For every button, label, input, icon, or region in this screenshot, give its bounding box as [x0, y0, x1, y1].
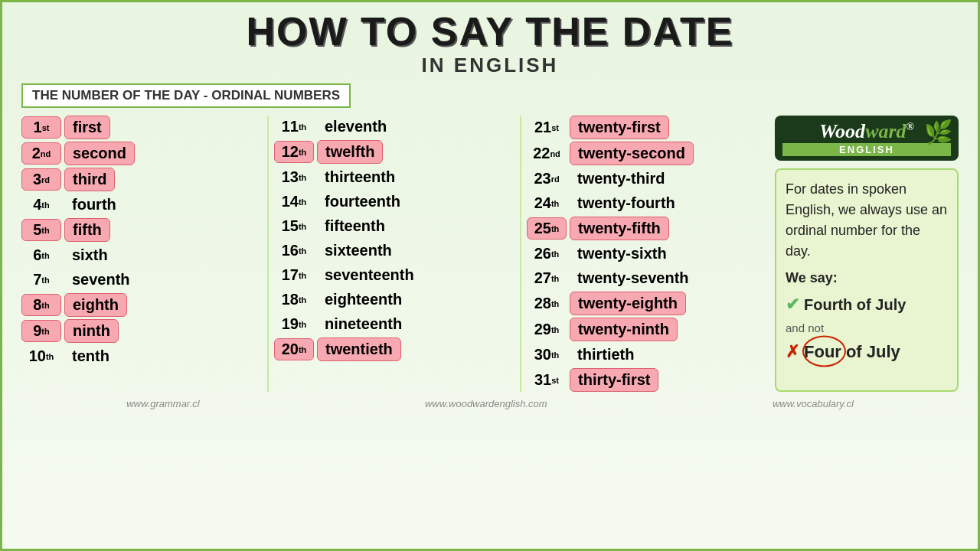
ordinal-row: 27thtwenty-seventh: [527, 267, 767, 289]
info-box: For dates in spoken English, we always u…: [775, 168, 959, 392]
ordinal-row: 18theighteenth: [274, 289, 514, 311]
word-badge: twentieth: [317, 337, 401, 361]
num-badge: 10th: [21, 346, 61, 367]
we-say-label: We say:: [786, 268, 948, 289]
word-badge: fifteenth: [317, 215, 393, 237]
ordinal-row: 15thfifteenth: [274, 215, 514, 237]
ordinal-row: 19thnineteenth: [274, 313, 514, 335]
main-title: HOW TO SAY THE DATE: [14, 10, 966, 54]
word-badge: twenty-first: [570, 116, 669, 139]
footer-left: www.grammar.cl: [126, 398, 200, 409]
num-badge: 24th: [527, 193, 567, 214]
word-badge: twenty-third: [570, 168, 672, 190]
footer-center: www.woodwardenglish.com: [425, 398, 547, 409]
word-badge: third: [64, 168, 115, 191]
footer-right: www.vocabulary.cl: [773, 398, 854, 409]
footer: www.grammar.cl www.woodwardenglish.com w…: [14, 398, 966, 409]
word-badge: twenty-fourth: [570, 192, 683, 214]
word-badge: twenty-sixth: [570, 243, 675, 265]
word-badge: fourteenth: [317, 191, 408, 213]
num-badge: 18th: [274, 289, 314, 310]
word-badge: thirtieth: [570, 344, 642, 366]
word-badge: seventeenth: [317, 264, 422, 286]
num-badge: 4th: [21, 194, 61, 215]
leaf-icon: 🌿: [924, 119, 952, 145]
columns-area: 1stfirst2ndsecond3rdthird4thfourth5thfif…: [21, 116, 767, 392]
num-badge: 19th: [274, 314, 314, 334]
num-badge: 3rd: [21, 168, 61, 191]
ordinal-row: 30ththirtieth: [527, 344, 767, 366]
num-badge: 29th: [527, 319, 567, 340]
column-1: 1stfirst2ndsecond3rdthird4thfourth5thfif…: [21, 116, 262, 392]
column-3: 21sttwenty-first22ndtwenty-second23rdtwe…: [527, 116, 767, 392]
ordinal-row: 17thseventeenth: [274, 264, 514, 286]
word-badge: thirty-first: [570, 368, 658, 392]
wrong-line: ✗ Four of July: [786, 339, 948, 364]
word-badge: fifth: [64, 218, 110, 242]
ordinal-row: 3rdthird: [21, 168, 262, 191]
num-badge: 27th: [527, 268, 567, 289]
correct-line: ✔ Fourth of July: [786, 292, 948, 317]
num-badge: 31st: [527, 370, 567, 390]
main-container: HOW TO SAY THE DATE IN ENGLISH THE NUMBE…: [0, 0, 980, 551]
word-badge: eighteenth: [317, 289, 410, 311]
word-badge: twenty-eighth: [570, 292, 686, 315]
word-badge: eleventh: [317, 116, 394, 138]
word-badge: nineteenth: [317, 313, 410, 335]
num-badge: 9th: [21, 320, 61, 342]
word-badge: sixteenth: [317, 240, 400, 262]
ordinal-row: 26thtwenty-sixth: [527, 243, 767, 265]
ordinal-row: 14thfourteenth: [274, 191, 514, 213]
word-badge: twelfth: [317, 140, 383, 164]
ordinal-row: 22ndtwenty-second: [527, 142, 767, 165]
content-area: 1stfirst2ndsecond3rdthird4thfourth5thfif…: [14, 116, 966, 392]
num-badge: 13th: [274, 167, 314, 187]
ordinal-row: 24thtwenty-fourth: [527, 192, 767, 214]
ordinal-row: 13ththirteenth: [274, 166, 514, 188]
ordinal-row: 5thfifth: [21, 218, 262, 242]
ordinal-row: 9thninth: [21, 319, 262, 343]
word-badge: twenty-second: [570, 142, 694, 165]
ordinal-row: 28thtwenty-eighth: [527, 292, 767, 315]
xmark-icon: ✗: [786, 339, 799, 364]
word-badge: twenty-ninth: [570, 318, 678, 341]
num-badge: 7th: [21, 269, 61, 290]
num-badge: 5th: [21, 219, 61, 241]
col-divider-1: [267, 116, 269, 392]
and-not-text: and not: [786, 320, 948, 337]
ordinal-row: 1stfirst: [21, 116, 262, 139]
ordinal-row: 8theighth: [21, 293, 262, 317]
num-badge: 28th: [527, 293, 567, 314]
ordinal-row: 2ndsecond: [21, 142, 262, 165]
ordinal-row: 4thfourth: [21, 194, 262, 216]
num-badge: 12th: [274, 141, 314, 163]
ordinal-row: 21sttwenty-first: [527, 116, 767, 139]
ordinal-row: 6thsixth: [21, 244, 262, 266]
word-badge: eighth: [64, 293, 127, 317]
num-badge: 23rd: [527, 168, 567, 189]
correct-text: Fourth of July: [804, 293, 906, 316]
word-badge: fourth: [64, 194, 124, 216]
checkmark-icon: ✔: [786, 292, 799, 317]
col-divider-2: [520, 116, 521, 392]
word-badge: ninth: [64, 319, 119, 343]
num-badge: 26th: [527, 243, 567, 264]
num-badge: 22nd: [527, 143, 567, 164]
num-badge: 21st: [527, 117, 567, 138]
section-title: THE NUMBER OF THE DAY - ORDINAL NUMBERS: [21, 83, 351, 108]
num-badge: 6th: [21, 245, 61, 266]
column-2: 11theleventh12thtwelfth13ththirteenth14t…: [274, 116, 514, 392]
ordinal-row: 20thtwentieth: [274, 337, 514, 361]
subtitle: IN ENGLISH: [14, 54, 966, 77]
sidebar: 🌿 Woodward® ENGLISH For dates in spoken …: [775, 116, 959, 392]
word-badge: first: [64, 116, 110, 139]
ordinal-row: 10thtenth: [21, 345, 262, 367]
num-badge: 8th: [21, 294, 61, 316]
word-badge: twenty-fifth: [570, 217, 669, 240]
num-badge: 14th: [274, 191, 314, 212]
word-badge: sixth: [64, 244, 116, 266]
ordinal-row: 23rdtwenty-third: [527, 168, 767, 190]
num-badge: 25th: [527, 217, 567, 240]
num-badge: 20th: [274, 338, 314, 360]
ordinal-row: 11theleventh: [274, 116, 514, 138]
